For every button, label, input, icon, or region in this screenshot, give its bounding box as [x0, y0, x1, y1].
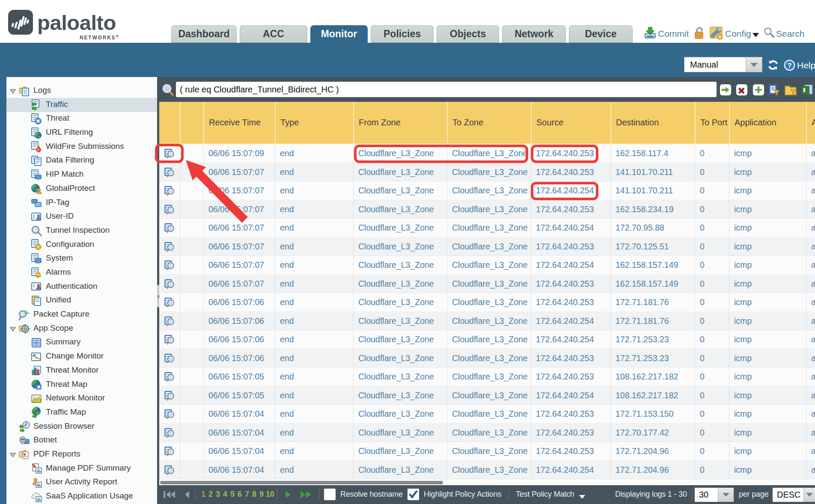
svg-text:?: ? [787, 62, 791, 70]
